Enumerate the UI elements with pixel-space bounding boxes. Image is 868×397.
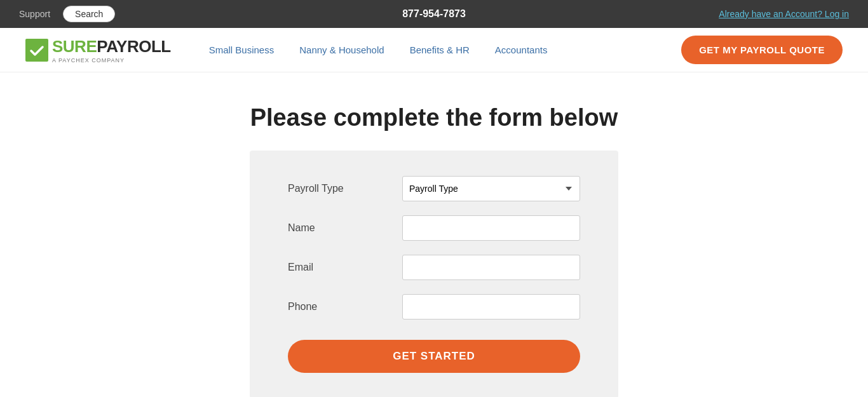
form-card: Payroll Type Payroll TypeSmall BusinessN… — [250, 151, 618, 397]
phone-row: Phone — [288, 294, 580, 320]
nav-accountants[interactable]: Accountants — [495, 44, 548, 55]
nav-nanny-household[interactable]: Nanny & Household — [299, 44, 384, 55]
support-link[interactable]: Support — [19, 9, 50, 19]
nav-small-business[interactable]: Small Business — [209, 44, 275, 55]
name-label: Name — [288, 222, 402, 234]
main-content: Please complete the form below Payroll T… — [0, 72, 868, 397]
search-button[interactable]: Search — [63, 6, 115, 22]
logo-payroll-text: PAYROLL — [97, 37, 170, 57]
email-input[interactable] — [402, 255, 580, 280]
name-row: Name — [288, 215, 580, 241]
login-link[interactable]: Already have an Account? Log in — [719, 9, 849, 19]
payroll-type-select[interactable]: Payroll TypeSmall BusinessNanny & Househ… — [402, 176, 580, 201]
payroll-type-row: Payroll Type Payroll TypeSmall BusinessN… — [288, 176, 580, 201]
logo-checkmark-icon — [29, 43, 44, 58]
email-row: Email — [288, 255, 580, 280]
nav-benefits-hr[interactable]: Benefits & HR — [410, 44, 470, 55]
phone-number: 877-954-7873 — [402, 8, 466, 20]
phone-label: Phone — [288, 301, 402, 313]
name-input[interactable] — [402, 215, 580, 241]
logo[interactable]: SURE PAYROLL A PAYCHEX COMPANY — [25, 37, 171, 64]
phone-input[interactable] — [402, 294, 580, 320]
logo-subtitle: A PAYCHEX COMPANY — [52, 57, 171, 64]
email-label: Email — [288, 262, 402, 273]
topbar: Support Search 877-954-7873 Already have… — [0, 0, 868, 28]
payroll-type-label: Payroll Type — [288, 183, 402, 194]
logo-sure-text: SURE — [52, 37, 97, 57]
get-quote-button[interactable]: GET MY PAYROLL QUOTE — [681, 36, 843, 64]
page-title: Please complete the form below — [250, 104, 618, 131]
navbar: SURE PAYROLL A PAYCHEX COMPANY Small Bus… — [0, 28, 868, 72]
get-started-button[interactable]: GET STARTED — [288, 340, 580, 373]
nav-links: Small Business Nanny & Household Benefit… — [209, 44, 682, 55]
logo-icon — [25, 39, 48, 62]
